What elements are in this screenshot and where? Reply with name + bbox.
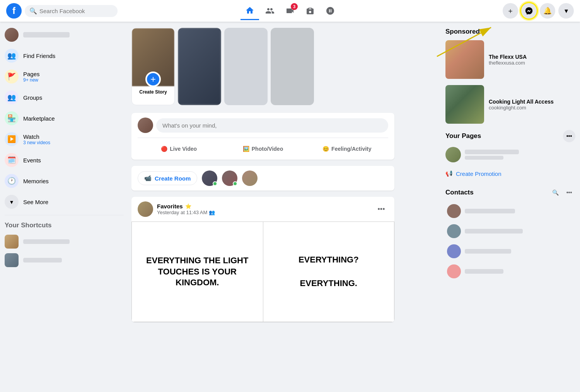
center-feed: + Create Story 🔴 Live Video (131, 22, 394, 392)
nav-watch-button[interactable]: 3 (281, 2, 299, 20)
create-room-button[interactable]: 📹 Create Room (138, 171, 197, 185)
facebook-logo[interactable]: f (6, 3, 22, 19)
sponsor-name-2: Cooking Light All Access (489, 99, 575, 105)
watch-icon: ▶️ (5, 132, 19, 146)
contact-avatar-2 (447, 224, 461, 238)
menu-button[interactable]: ▾ (558, 3, 574, 19)
contact-item-2[interactable] (445, 222, 575, 240)
post-author-name: Favorites (157, 203, 183, 210)
pages-icon: 🚩 (5, 70, 19, 84)
memories-label: Memories (23, 178, 49, 184)
nav-marketplace-button[interactable] (301, 2, 319, 20)
post-input-row (138, 118, 388, 133)
room-avatar-1 (202, 170, 217, 186)
sponsor-item-1[interactable]: The Flexx USA theflexxusa.com (445, 40, 575, 79)
your-page-item[interactable] (445, 147, 575, 162)
sidebar-item-pages[interactable]: 🚩 Pages 9+ new (0, 66, 128, 87)
comic-panel-2-text: EVERYTHING?EVERYTHING. (291, 246, 367, 297)
search-box[interactable]: 🔍 (25, 5, 118, 17)
shortcut-item-1[interactable] (0, 232, 128, 251)
sidebar-item-find-friends[interactable]: 👥 Find Friends (0, 46, 128, 66)
watch-sublabel: 3 new videos (23, 140, 50, 145)
feed-post: Favorites ⭐ Yesterday at 11:43 AM 👥 ••• … (131, 197, 394, 322)
shortcuts-title: Your Shortcuts (0, 218, 128, 232)
contact-name-3 (465, 249, 511, 254)
contact-item-1[interactable] (445, 202, 575, 220)
nav-home-button[interactable] (241, 2, 259, 20)
nav-friends-button[interactable] (261, 2, 279, 20)
page-url-bar (465, 156, 503, 160)
main-layout: 👥 Find Friends 🚩 Pages 9+ new 👥 Groups 🏪… (0, 0, 580, 392)
contact-name-4 (465, 269, 503, 274)
sponsor-img-2 (445, 85, 484, 124)
search-input[interactable] (39, 8, 113, 14)
contacts-search-button[interactable]: 🔍 (549, 186, 561, 199)
sidebar-item-watch[interactable]: ▶️ Watch 3 new videos (0, 129, 128, 149)
messenger-button[interactable] (521, 3, 537, 19)
pages-label: Pages (23, 71, 40, 77)
see-more-button[interactable]: ▾ See More (0, 192, 128, 212)
groups-label: Groups (23, 94, 42, 101)
bell-icon: 🔔 (543, 7, 552, 15)
sponsor-url-2: cookinglight.com (489, 105, 575, 111)
nav-groups-button[interactable] (321, 2, 339, 20)
comic-panel-1: EVERYTHING THE LIGHT TOUCHES IS YOUR KIN… (131, 222, 263, 322)
sidebar-item-memories[interactable]: 🕐 Memories (0, 171, 128, 191)
comic-image: EVERYTHING THE LIGHT TOUCHES IS YOUR KIN… (131, 222, 394, 322)
user-name (23, 32, 70, 37)
sidebar-divider (5, 215, 124, 215)
sidebar-item-marketplace[interactable]: 🏪 Marketplace (0, 108, 128, 128)
story-card-2[interactable] (224, 28, 268, 105)
room-avatar-2 (222, 170, 237, 186)
shortcut-item-2[interactable] (0, 251, 128, 269)
feeling-icon: 😊 (322, 146, 329, 152)
story-card-3[interactable] (271, 28, 314, 105)
photo-video-button[interactable]: 🖼️ Photo/Video (222, 143, 304, 155)
story-img-3 (271, 28, 314, 105)
live-video-button[interactable]: 🔴 Live Video (138, 143, 220, 155)
create-story-plus: + (145, 72, 161, 87)
plus-icon: ＋ (507, 6, 514, 15)
create-story-label: Create Story (132, 86, 174, 98)
post-meta: Yesterday at 11:43 AM 👥 (157, 210, 215, 215)
story-img-2 (224, 28, 268, 105)
create-story-card[interactable]: + Create Story (131, 28, 175, 105)
shortcut-name-1 (23, 239, 70, 244)
page-avatar (445, 147, 461, 162)
your-pages-more-button[interactable]: ••• (563, 130, 575, 142)
find-friends-label: Find Friends (23, 53, 55, 59)
post-input[interactable] (156, 118, 388, 133)
marketplace-icon: 🏪 (5, 111, 19, 125)
sponsor-info-2: Cooking Light All Access cookinglight.co… (489, 99, 575, 111)
contact-item-3[interactable] (445, 242, 575, 261)
nav-left: f 🔍 (6, 3, 118, 19)
shortcut-name-2 (23, 258, 62, 262)
create-promotion-button[interactable]: 📢 Create Promotion (445, 167, 575, 180)
sponsor-item-2[interactable]: Cooking Light All Access cookinglight.co… (445, 85, 575, 124)
sidebar-item-events[interactable]: 🗓️ Events (0, 150, 128, 170)
notifications-button[interactable]: 🔔 (540, 3, 555, 19)
post-more-button[interactable]: ••• (374, 202, 388, 216)
sponsor-img-1 (445, 40, 484, 79)
search-icon: 🔍 (29, 7, 37, 15)
sidebar-item-groups[interactable]: 👥 Groups (0, 87, 128, 107)
feeling-button[interactable]: 😊 Feeling/Activity (306, 143, 388, 155)
add-button[interactable]: ＋ (503, 3, 518, 19)
post-header: Favorites ⭐ Yesterday at 11:43 AM 👥 ••• (131, 197, 394, 222)
post-user-info: Favorites ⭐ Yesterday at 11:43 AM 👥 (138, 201, 215, 217)
story-card-1[interactable] (178, 28, 221, 105)
contact-avatar-4 (447, 264, 461, 278)
stories-row: + Create Story (131, 28, 394, 107)
sponsor-name-1: The Flexx USA (489, 54, 575, 60)
top-nav: f 🔍 3 ＋ 🔔 (0, 0, 580, 22)
contact-item-4[interactable] (445, 262, 575, 281)
post-actions: 🔴 Live Video 🖼️ Photo/Video 😊 Feeling/Ac… (138, 138, 388, 155)
contact-avatar-1 (447, 204, 461, 218)
groups-icon: 👥 (5, 90, 19, 104)
your-pages-title: Your Pages ••• (445, 130, 575, 142)
sidebar-user[interactable] (0, 25, 128, 45)
photo-icon: 🖼️ (243, 146, 249, 152)
favorites-icon: ⭐ (185, 203, 191, 209)
watch-badge: 3 (291, 3, 298, 10)
contacts-more-button[interactable]: ••• (563, 186, 575, 199)
